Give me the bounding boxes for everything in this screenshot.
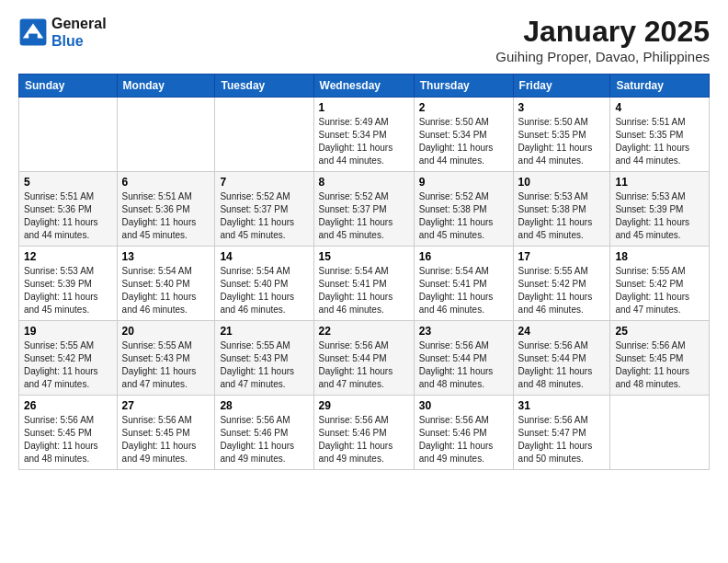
calendar-cell: 8Sunrise: 5:52 AM Sunset: 5:37 PM Daylig… bbox=[313, 172, 414, 247]
calendar-cell: 12Sunrise: 5:53 AM Sunset: 5:39 PM Dayli… bbox=[19, 247, 118, 321]
week-row-1: 5Sunrise: 5:51 AM Sunset: 5:36 PM Daylig… bbox=[19, 172, 710, 247]
day-info: Sunrise: 5:56 AM Sunset: 5:44 PM Dayligh… bbox=[518, 339, 606, 391]
day-info: Sunrise: 5:54 AM Sunset: 5:40 PM Dayligh… bbox=[122, 265, 210, 316]
calendar-cell: 19Sunrise: 5:55 AM Sunset: 5:42 PM Dayli… bbox=[19, 321, 118, 396]
day-info: Sunrise: 5:52 AM Sunset: 5:38 PM Dayligh… bbox=[419, 190, 508, 242]
day-number: 23 bbox=[419, 325, 508, 338]
calendar-cell bbox=[19, 98, 118, 172]
day-number: 7 bbox=[220, 176, 308, 189]
calendar-cell: 20Sunrise: 5:55 AM Sunset: 5:43 PM Dayli… bbox=[117, 321, 215, 396]
header-row: SundayMondayTuesdayWednesdayThursdayFrid… bbox=[19, 75, 710, 98]
day-info: Sunrise: 5:56 AM Sunset: 5:45 PM Dayligh… bbox=[122, 414, 210, 465]
day-info: Sunrise: 5:56 AM Sunset: 5:46 PM Dayligh… bbox=[419, 414, 508, 465]
day-number: 14 bbox=[220, 250, 308, 263]
calendar-cell: 25Sunrise: 5:56 AM Sunset: 5:45 PM Dayli… bbox=[610, 321, 710, 396]
day-info: Sunrise: 5:52 AM Sunset: 5:37 PM Dayligh… bbox=[220, 190, 308, 242]
day-number: 11 bbox=[615, 176, 704, 189]
calendar-cell bbox=[610, 396, 710, 470]
logo-icon bbox=[18, 17, 48, 47]
calendar-cell bbox=[117, 98, 215, 172]
day-info: Sunrise: 5:51 AM Sunset: 5:36 PM Dayligh… bbox=[24, 190, 112, 242]
day-info: Sunrise: 5:55 AM Sunset: 5:42 PM Dayligh… bbox=[518, 265, 606, 316]
day-number: 4 bbox=[615, 101, 704, 114]
day-number: 27 bbox=[122, 399, 210, 412]
day-number: 9 bbox=[419, 176, 508, 189]
calendar-cell: 22Sunrise: 5:56 AM Sunset: 5:44 PM Dayli… bbox=[313, 321, 414, 396]
day-number: 12 bbox=[24, 250, 112, 263]
day-info: Sunrise: 5:56 AM Sunset: 5:45 PM Dayligh… bbox=[615, 339, 704, 391]
day-info: Sunrise: 5:56 AM Sunset: 5:44 PM Dayligh… bbox=[319, 339, 409, 391]
calendar-cell: 10Sunrise: 5:53 AM Sunset: 5:38 PM Dayli… bbox=[513, 172, 610, 247]
day-info: Sunrise: 5:54 AM Sunset: 5:41 PM Dayligh… bbox=[419, 265, 508, 316]
calendar-cell: 16Sunrise: 5:54 AM Sunset: 5:41 PM Dayli… bbox=[414, 247, 513, 321]
calendar-cell: 11Sunrise: 5:53 AM Sunset: 5:39 PM Dayli… bbox=[610, 172, 710, 247]
day-number: 20 bbox=[122, 325, 210, 338]
day-info: Sunrise: 5:56 AM Sunset: 5:45 PM Dayligh… bbox=[24, 414, 112, 465]
svg-rect-2 bbox=[28, 34, 38, 41]
day-info: Sunrise: 5:50 AM Sunset: 5:34 PM Dayligh… bbox=[419, 116, 508, 167]
day-info: Sunrise: 5:55 AM Sunset: 5:43 PM Dayligh… bbox=[220, 339, 308, 391]
day-info: Sunrise: 5:56 AM Sunset: 5:47 PM Dayligh… bbox=[518, 414, 606, 465]
day-number: 6 bbox=[122, 176, 210, 189]
calendar-cell: 24Sunrise: 5:56 AM Sunset: 5:44 PM Dayli… bbox=[513, 321, 610, 396]
day-info: Sunrise: 5:55 AM Sunset: 5:43 PM Dayligh… bbox=[122, 339, 210, 391]
day-number: 15 bbox=[319, 250, 409, 263]
calendar-cell: 9Sunrise: 5:52 AM Sunset: 5:38 PM Daylig… bbox=[414, 172, 513, 247]
calendar-page: General Blue January 2025 Guihing Proper… bbox=[0, 0, 728, 563]
day-info: Sunrise: 5:53 AM Sunset: 5:39 PM Dayligh… bbox=[24, 265, 112, 316]
day-number: 21 bbox=[220, 325, 308, 338]
day-number: 1 bbox=[319, 101, 409, 114]
day-number: 10 bbox=[518, 176, 606, 189]
calendar-cell: 30Sunrise: 5:56 AM Sunset: 5:46 PM Dayli… bbox=[414, 396, 513, 470]
calendar-cell: 27Sunrise: 5:56 AM Sunset: 5:45 PM Dayli… bbox=[117, 396, 215, 470]
day-info: Sunrise: 5:49 AM Sunset: 5:34 PM Dayligh… bbox=[319, 116, 409, 167]
day-number: 5 bbox=[24, 176, 112, 189]
week-row-3: 19Sunrise: 5:55 AM Sunset: 5:42 PM Dayli… bbox=[19, 321, 710, 396]
col-header-saturday: Saturday bbox=[610, 75, 710, 98]
day-info: Sunrise: 5:53 AM Sunset: 5:38 PM Dayligh… bbox=[518, 190, 606, 242]
day-number: 31 bbox=[518, 399, 606, 412]
day-number: 16 bbox=[419, 250, 508, 263]
calendar-title: January 2025 bbox=[495, 15, 710, 49]
col-header-sunday: Sunday bbox=[19, 75, 118, 98]
col-header-tuesday: Tuesday bbox=[215, 75, 313, 98]
calendar-cell: 13Sunrise: 5:54 AM Sunset: 5:40 PM Dayli… bbox=[117, 247, 215, 321]
day-number: 3 bbox=[518, 101, 606, 114]
calendar-table: SundayMondayTuesdayWednesdayThursdayFrid… bbox=[18, 74, 710, 470]
day-info: Sunrise: 5:55 AM Sunset: 5:42 PM Dayligh… bbox=[615, 265, 704, 316]
day-info: Sunrise: 5:51 AM Sunset: 5:35 PM Dayligh… bbox=[615, 116, 704, 167]
calendar-cell: 5Sunrise: 5:51 AM Sunset: 5:36 PM Daylig… bbox=[19, 172, 118, 247]
day-number: 13 bbox=[122, 250, 210, 263]
col-header-monday: Monday bbox=[117, 75, 215, 98]
calendar-cell: 7Sunrise: 5:52 AM Sunset: 5:37 PM Daylig… bbox=[215, 172, 313, 247]
calendar-cell: 18Sunrise: 5:55 AM Sunset: 5:42 PM Dayli… bbox=[610, 247, 710, 321]
day-info: Sunrise: 5:52 AM Sunset: 5:37 PM Dayligh… bbox=[319, 190, 409, 242]
day-info: Sunrise: 5:56 AM Sunset: 5:46 PM Dayligh… bbox=[319, 414, 409, 465]
calendar-cell: 31Sunrise: 5:56 AM Sunset: 5:47 PM Dayli… bbox=[513, 396, 610, 470]
title-block: January 2025 Guihing Proper, Davao, Phil… bbox=[495, 15, 710, 64]
day-number: 25 bbox=[615, 325, 704, 338]
logo: General Blue bbox=[18, 15, 107, 50]
week-row-2: 12Sunrise: 5:53 AM Sunset: 5:39 PM Dayli… bbox=[19, 247, 710, 321]
week-row-4: 26Sunrise: 5:56 AM Sunset: 5:45 PM Dayli… bbox=[19, 396, 710, 470]
day-number: 2 bbox=[419, 101, 508, 114]
day-number: 29 bbox=[319, 399, 409, 412]
day-number: 8 bbox=[319, 176, 409, 189]
calendar-cell: 23Sunrise: 5:56 AM Sunset: 5:44 PM Dayli… bbox=[414, 321, 513, 396]
calendar-cell: 29Sunrise: 5:56 AM Sunset: 5:46 PM Dayli… bbox=[313, 396, 414, 470]
header: General Blue January 2025 Guihing Proper… bbox=[18, 15, 710, 64]
day-number: 17 bbox=[518, 250, 606, 263]
col-header-friday: Friday bbox=[513, 75, 610, 98]
calendar-cell: 28Sunrise: 5:56 AM Sunset: 5:46 PM Dayli… bbox=[215, 396, 313, 470]
calendar-cell: 14Sunrise: 5:54 AM Sunset: 5:40 PM Dayli… bbox=[215, 247, 313, 321]
calendar-cell: 3Sunrise: 5:50 AM Sunset: 5:35 PM Daylig… bbox=[513, 98, 610, 172]
day-info: Sunrise: 5:54 AM Sunset: 5:40 PM Dayligh… bbox=[220, 265, 308, 316]
calendar-cell: 1Sunrise: 5:49 AM Sunset: 5:34 PM Daylig… bbox=[313, 98, 414, 172]
day-number: 28 bbox=[220, 399, 308, 412]
day-number: 22 bbox=[319, 325, 409, 338]
calendar-cell: 2Sunrise: 5:50 AM Sunset: 5:34 PM Daylig… bbox=[414, 98, 513, 172]
calendar-cell: 6Sunrise: 5:51 AM Sunset: 5:36 PM Daylig… bbox=[117, 172, 215, 247]
day-info: Sunrise: 5:56 AM Sunset: 5:46 PM Dayligh… bbox=[220, 414, 308, 465]
day-info: Sunrise: 5:54 AM Sunset: 5:41 PM Dayligh… bbox=[319, 265, 409, 316]
calendar-cell: 4Sunrise: 5:51 AM Sunset: 5:35 PM Daylig… bbox=[610, 98, 710, 172]
